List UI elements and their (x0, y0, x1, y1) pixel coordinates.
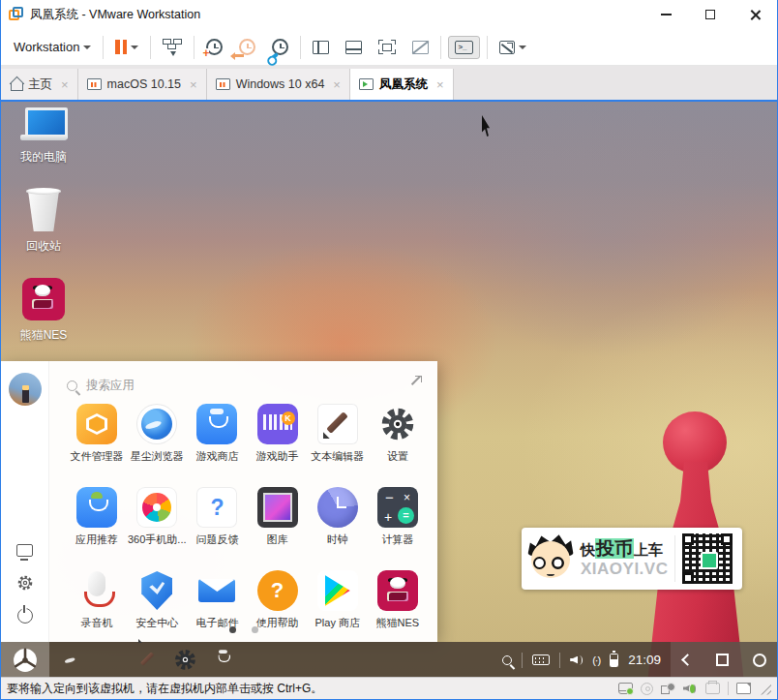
taskbar-game-store[interactable] (210, 647, 236, 673)
page-dot[interactable] (252, 626, 258, 633)
browser-icon (136, 404, 177, 444)
tab-windows10[interactable]: Windows 10 x64 × (207, 69, 350, 100)
ctrl-alt-del-icon (163, 39, 182, 55)
cd-rom-icon[interactable] (641, 683, 653, 695)
game-store-icon (196, 404, 237, 444)
clock-icon (317, 487, 358, 528)
close-tab-icon[interactable]: × (190, 77, 197, 92)
taskbar-browser[interactable] (59, 647, 85, 673)
vm-screen[interactable]: 我的电脑 回收站 熊猫NES (1, 100, 777, 678)
volume-icon[interactable] (570, 654, 583, 666)
app-settings[interactable]: 设置 (368, 404, 428, 477)
take-snapshot-button[interactable]: + (201, 35, 227, 59)
taskbar-settings[interactable] (172, 647, 198, 673)
user-avatar[interactable] (9, 373, 42, 406)
taskbar-apps (59, 647, 236, 673)
unity-mode-button[interactable] (407, 37, 434, 58)
page-dots (49, 626, 437, 633)
fit-guest-button[interactable] (494, 37, 531, 58)
recents-icon[interactable] (716, 654, 729, 666)
desktop-icon-recycle-bin[interactable]: 回收站 (9, 189, 78, 255)
desktop-icons: 我的电脑 回收站 熊猫NES (9, 107, 78, 344)
expand-launcher-icon[interactable] (411, 376, 422, 386)
taskbar: (·) 21:09 (1, 642, 777, 678)
app-calculator[interactable]: −×+=计算器 (368, 487, 428, 561)
fullscreen-icon (378, 40, 396, 54)
settings-button[interactable] (9, 566, 42, 599)
app-search[interactable]: 搜索应用 (67, 375, 437, 396)
network-adapter-icon[interactable] (661, 683, 675, 694)
close-tab-icon[interactable]: × (61, 77, 69, 92)
app-text-editor[interactable]: 文本编辑器 (308, 404, 368, 477)
maximize-button[interactable] (688, 0, 733, 29)
console-view-button[interactable]: >_ (448, 36, 480, 59)
close-tab-icon[interactable]: × (333, 77, 341, 92)
vmware-logo-icon (9, 7, 24, 22)
pause-icon (115, 40, 127, 54)
message-log-icon[interactable] (736, 683, 751, 694)
desktop-icon-my-computer[interactable]: 我的电脑 (9, 107, 78, 166)
home-circle-icon[interactable] (753, 654, 766, 667)
app-gallery[interactable]: 图库 (248, 487, 308, 561)
monitor-icon (16, 544, 33, 557)
start-button[interactable] (1, 642, 49, 678)
tab-home[interactable]: 主页 × (1, 69, 78, 100)
close-button[interactable] (733, 0, 777, 29)
game-assistant-icon: K (257, 404, 298, 444)
suspend-vm-button[interactable] (110, 36, 143, 58)
printer-icon[interactable] (705, 683, 720, 694)
page-dot-active[interactable] (229, 626, 236, 633)
status-bar: 要将输入定向到该虚拟机，请在虚拟机内部单击或按 Ctrl+G。 (1, 677, 777, 699)
resize-grip[interactable] (759, 683, 771, 695)
title-bar: 凤凰系统 - VMware Workstation (1, 0, 777, 29)
system-tray: (·) 21:09 (502, 642, 671, 678)
desktop-button[interactable] (9, 533, 42, 566)
network-icon[interactable]: (·) (592, 654, 600, 666)
pinwheel-icon (136, 487, 177, 528)
tab-macos[interactable]: macOS 10.15 × (78, 69, 207, 100)
settings-gear-icon (377, 404, 418, 444)
search-icon[interactable] (502, 655, 512, 665)
close-tab-icon[interactable]: × (436, 77, 444, 92)
workstation-menu-button[interactable]: Workstation (9, 36, 96, 58)
app-file-manager[interactable]: 文件管理器 (67, 404, 127, 477)
snapshot-icon: + (206, 39, 223, 55)
launcher-sidebar (1, 361, 49, 642)
app-browser[interactable]: 星尘浏览器 (127, 404, 187, 477)
show-library-button[interactable] (308, 37, 334, 58)
power-button[interactable] (9, 599, 42, 632)
settings-gear-icon (172, 647, 198, 673)
phoenix-logo-icon (13, 648, 38, 673)
app-game-store[interactable]: 游戏商店 (187, 404, 247, 477)
desktop-icon-panda-nes[interactable]: 熊猫NES (9, 278, 78, 344)
shield-icon (136, 570, 177, 611)
library-panel-icon (313, 41, 329, 54)
hard-disk-icon[interactable] (618, 683, 633, 694)
clock-time[interactable]: 21:09 (628, 653, 661, 667)
keyboard-icon[interactable] (532, 654, 550, 665)
vm-paused-icon (87, 78, 102, 90)
app-game-assistant[interactable]: K游戏助手 (248, 404, 308, 477)
send-ctrl-alt-del-button[interactable] (158, 35, 187, 59)
minimize-button[interactable] (643, 0, 688, 29)
battery-icon[interactable] (610, 654, 618, 667)
tab-bar: 主页 × macOS 10.15 × Windows 10 x64 × 凤凰系统… (1, 66, 777, 100)
taskbar-file-manager[interactable] (97, 647, 123, 673)
app-360-assistant[interactable]: 360手机助... (127, 487, 187, 561)
tab-phoenix-os[interactable]: 凤凰系统 × (350, 69, 454, 100)
revert-snapshot-button[interactable] (234, 35, 260, 59)
show-thumbnail-bar-button[interactable] (341, 37, 367, 58)
app-recommend[interactable]: 应用推荐 (67, 487, 127, 561)
watermark-card: 快投币上车 XIAOYI.VC (522, 528, 742, 590)
fit-guest-icon (499, 41, 515, 54)
cartoon-avatar (527, 533, 574, 584)
sound-icon[interactable] (683, 683, 698, 694)
back-icon[interactable] (681, 654, 694, 666)
vm-running-icon (359, 78, 374, 90)
manage-snapshots-button[interactable] (267, 35, 293, 59)
app-feedback[interactable]: ?问题反馈 (187, 487, 247, 561)
taskbar-text-editor[interactable] (135, 647, 161, 673)
android-nav-bar (671, 642, 777, 678)
fullscreen-button[interactable] (374, 36, 401, 58)
app-clock[interactable]: 时钟 (308, 487, 368, 561)
